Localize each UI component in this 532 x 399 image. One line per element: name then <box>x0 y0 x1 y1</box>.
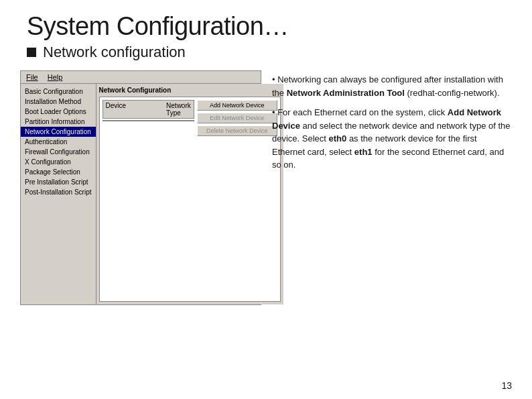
add-network-device-bold: Add Network Device <box>272 107 501 131</box>
sidebar-item-prescript[interactable]: Pre Installation Script <box>21 177 96 187</box>
sidebar-item-network[interactable]: Network Configuration <box>21 127 96 137</box>
sim-menu-file[interactable]: File <box>25 72 40 82</box>
subtitle-row: Network configuration <box>0 44 532 68</box>
sidebar-item-postscript[interactable]: Post-Installation Script <box>21 187 96 197</box>
eth0-bold: eth0 <box>329 133 347 144</box>
subtitle-text: Network configuration <box>43 44 186 61</box>
sidebar-item-auth[interactable]: Authentication <box>21 137 96 147</box>
info-bullet-1: • <box>272 74 275 84</box>
sim-table-header: Device Network Type <box>103 100 194 119</box>
info-block-1: • Networking can always be configured af… <box>272 73 512 99</box>
sim-sidebar: Basic Configuration Installation Method … <box>21 84 96 304</box>
sidebar-item-bootloader[interactable]: Boot Loader Options <box>21 107 96 117</box>
sidebar-item-packages[interactable]: Package Selection <box>21 167 96 177</box>
sim-main-panel: Network Configuration Device Network Typ… <box>96 84 283 304</box>
add-network-device-button[interactable]: Add Network Device <box>197 100 277 111</box>
sim-buttons: Add Network Device Edit Network Device D… <box>197 100 277 136</box>
eth1-bold: eth1 <box>354 147 373 157</box>
sidebar-item-partition[interactable]: Partition Information <box>21 117 96 127</box>
main-content: File Help Basic Configuration Installati… <box>0 68 532 399</box>
sidebar-item-x[interactable]: X Configuration <box>21 157 96 167</box>
edit-network-device-button[interactable]: Edit Network Device <box>197 113 277 123</box>
sim-menu-help[interactable]: Help <box>46 72 64 82</box>
sidebar-item-basic[interactable]: Basic Configuration <box>21 87 96 97</box>
sim-panel-title: Network Configuration <box>99 87 281 94</box>
simulator-window: File Help Basic Configuration Installati… <box>20 70 261 305</box>
sidebar-item-installation[interactable]: Installation Method <box>21 97 96 107</box>
col-device: Device <box>106 102 127 117</box>
network-admin-tool-bold: Network Administration Tool <box>287 88 405 98</box>
delete-network-device-button[interactable]: Delete Network Device <box>197 125 277 136</box>
bullet-square-icon <box>27 48 36 57</box>
sim-menubar: File Help <box>21 71 261 84</box>
info-panel: • Networking can always be configured af… <box>272 70 519 399</box>
page-title: System Configuration… <box>0 0 532 44</box>
sim-panel-inner: Device Network Type Add Network Device E… <box>99 97 281 302</box>
sidebar-item-firewall[interactable]: Firewall Configuration <box>21 147 96 157</box>
col-network-type: Network Type <box>166 102 191 117</box>
page-number: 13 <box>501 380 512 391</box>
sim-body: Basic Configuration Installation Method … <box>21 84 261 304</box>
info-block-2: • For each Ethernet card on the system, … <box>272 106 512 172</box>
info-bullet-2: • <box>272 107 275 117</box>
sim-table-body <box>103 120 194 121</box>
